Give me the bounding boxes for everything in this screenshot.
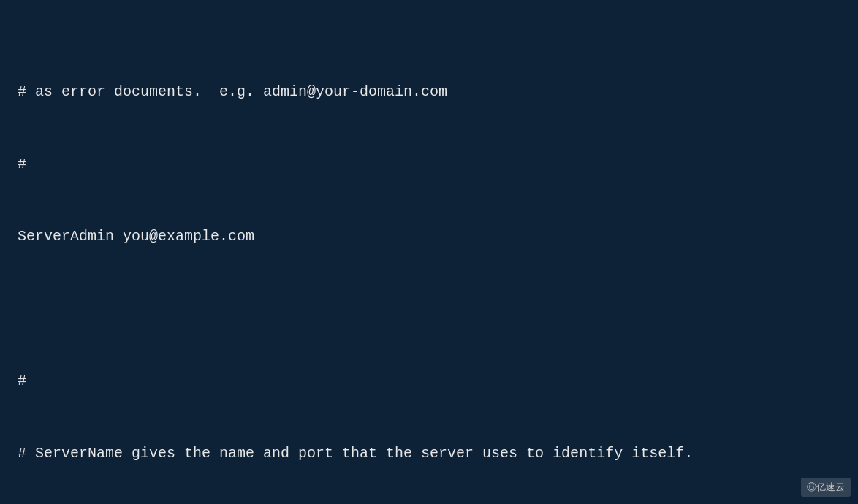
code-line-3: ServerAdmin you@example.com bbox=[18, 224, 840, 248]
watermark-badge: ⑥亿速云 bbox=[801, 478, 851, 497]
code-line-1: # as error documents. e.g. admin@your-do… bbox=[18, 80, 840, 104]
code-line-2: # bbox=[18, 152, 840, 176]
code-editor: # as error documents. e.g. admin@your-do… bbox=[0, 0, 858, 504]
code-line-6: # ServerName gives the name and port tha… bbox=[18, 441, 840, 465]
code-line-4 bbox=[18, 297, 840, 321]
code-line-5: # bbox=[18, 369, 840, 393]
